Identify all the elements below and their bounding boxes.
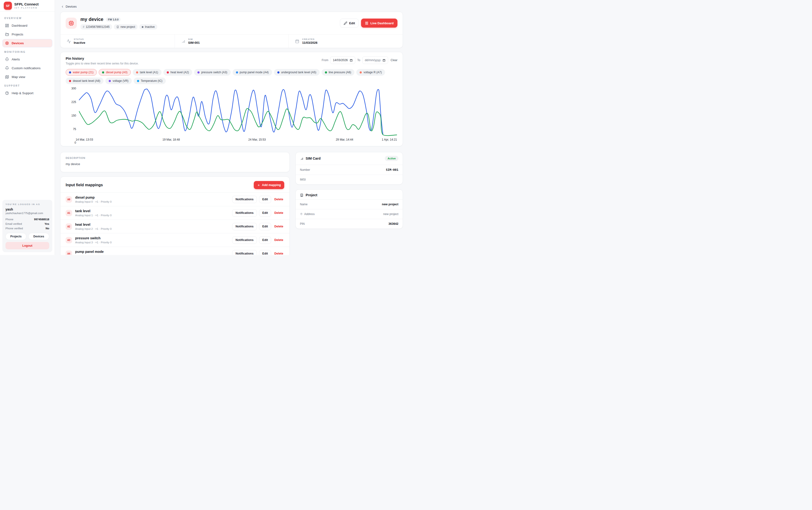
- pin-chip[interactable]: voltage (VR): [105, 78, 132, 84]
- live-dashboard-button[interactable]: Live Dashboard: [361, 19, 398, 28]
- delete-mapping-button[interactable]: Delete: [273, 238, 284, 242]
- sidebar-item-label: Alerts: [12, 58, 20, 61]
- add-mapping-button[interactable]: Add mapping: [254, 181, 284, 189]
- from-date-input[interactable]: 14/03/2026: [330, 56, 355, 64]
- sim-number-value: SIM-001: [386, 168, 398, 171]
- time-series-svg: [79, 88, 397, 137]
- pin-badge: A1: [66, 210, 72, 216]
- edit-mapping-button[interactable]: Edit: [259, 209, 271, 217]
- clear-range-button[interactable]: Clear: [390, 58, 398, 62]
- pin-chip[interactable]: underground tank level (A5): [274, 69, 320, 76]
- project-name-value: new project: [382, 203, 398, 206]
- stat-status: STATUS Inactive: [60, 34, 175, 48]
- sidebar-item-label: Devices: [12, 41, 24, 45]
- pin-chip[interactable]: line pressure (A6): [322, 69, 355, 76]
- building-icon: [300, 193, 303, 197]
- pencil-icon: [344, 21, 347, 25]
- pin-chip[interactable]: tank level (A1): [133, 69, 162, 76]
- x-tick-label: 19 Mar, 18:48: [163, 138, 180, 141]
- calendar-icon: [382, 59, 385, 62]
- sidebar-item-projects[interactable]: Projects: [2, 30, 52, 38]
- logout-button[interactable]: Logout: [5, 242, 49, 249]
- sidebar-item-alerts[interactable]: Alerts: [2, 55, 52, 63]
- sidebar-item-label: Custom notifications: [12, 66, 41, 70]
- main-content: Devices my device FW 1.0.0 # 12345678901…: [55, 0, 406, 255]
- serial-badge: # 123456789012345: [80, 24, 112, 29]
- breadcrumb-label: Devices: [66, 5, 77, 8]
- pin-chip[interactable]: pressure switch (A3): [194, 69, 230, 76]
- device-title: my device: [80, 17, 104, 22]
- device-header-card: my device FW 1.0.0 # 123456789012345 new…: [60, 12, 403, 48]
- mapping-meta: Analog Input 3 · ×1 · Priority 0: [75, 241, 112, 244]
- description-label: DESCRIPTION: [66, 157, 284, 159]
- sim-number-row: Number SIM-001: [296, 165, 403, 175]
- pin-chip-label: pressure switch (A3): [201, 70, 227, 74]
- sidebar: SF SFPL Connect IOT PLATFORM OVERVIEW Da…: [0, 0, 55, 255]
- mapping-row: A0 diesel pump Analog Input 0 · ×1 · Pri…: [60, 193, 289, 206]
- delete-mapping-button[interactable]: Delete: [273, 225, 284, 228]
- mapping-row: A2 heat level Analog Input 2 · ×1 · Prio…: [60, 220, 289, 233]
- edit-button[interactable]: Edit: [340, 19, 359, 28]
- pin-chip[interactable]: Temperature (IC): [134, 78, 166, 84]
- delete-mapping-button[interactable]: Delete: [273, 198, 284, 201]
- mapping-row: A3 pressure switch Analog Input 3 · ×1 ·…: [60, 233, 289, 247]
- sim-card-title: SIM Card: [306, 157, 321, 160]
- mapping-meta: Analog Input 2 · ×1 · Priority 0: [75, 227, 112, 230]
- notifications-button[interactable]: Notifications: [232, 196, 257, 203]
- mapping-list: A0 diesel pump Analog Input 0 · ×1 · Pri…: [60, 193, 289, 255]
- device-stats-row: STATUS Inactive SIM SIM-001 CREATED 11/0…: [60, 34, 403, 48]
- brand-tagline: IOT PLATFORM: [14, 7, 38, 9]
- notifications-button[interactable]: Notifications: [232, 250, 257, 255]
- pin-chip-label: tank level (A1): [140, 70, 158, 74]
- phone-verified-value: No: [46, 227, 49, 230]
- pin-color-dot: [277, 72, 280, 74]
- y-tick-label: 300: [71, 87, 76, 90]
- to-label: To: [357, 58, 360, 62]
- breadcrumb-devices[interactable]: Devices: [61, 5, 403, 8]
- pin-chip[interactable]: water pump (21): [66, 69, 97, 76]
- sidebar-item-dashboard[interactable]: Dashboard: [2, 21, 52, 30]
- firmware-badge: FW 1.0.0: [106, 17, 121, 22]
- pin-color-dot: [325, 72, 327, 74]
- sidebar-nav: OVERVIEW Dashboard Projects Devices MONI…: [0, 12, 55, 98]
- sidebar-item-custom-notifications[interactable]: Custom notifications: [2, 64, 52, 72]
- delete-mapping-button[interactable]: Delete: [273, 252, 284, 255]
- sim-number-label: Number: [300, 168, 310, 171]
- input-field-mappings-card: Input field mappings Add mapping A0 dies…: [60, 176, 290, 255]
- sidebar-item-help-support[interactable]: Help & Support: [2, 89, 52, 97]
- chart-plot: [79, 88, 397, 137]
- right-column: SIM Card Active Number SIM-001 IMSI Proj…: [295, 152, 403, 229]
- pin-chip[interactable]: heat level (A2): [164, 69, 192, 76]
- mapping-name: pressure switch: [75, 236, 112, 240]
- stat-created: CREATED 11/03/2026: [289, 34, 403, 48]
- pin-badge: A0: [66, 196, 72, 203]
- edit-mapping-button[interactable]: Edit: [259, 196, 271, 203]
- pin-color-dot: [137, 80, 139, 82]
- edit-mapping-button[interactable]: Edit: [259, 223, 271, 230]
- edit-mapping-button[interactable]: Edit: [259, 236, 271, 244]
- delete-mapping-button[interactable]: Delete: [273, 211, 284, 215]
- projects-button[interactable]: Projects: [5, 233, 26, 240]
- devices-button[interactable]: Devices: [28, 233, 49, 240]
- pin-chip[interactable]: deasel tank level (A8): [66, 78, 104, 84]
- signal-bars-icon: [181, 39, 185, 44]
- series-line: [79, 89, 383, 135]
- sidebar-item-map-view[interactable]: Map view: [2, 73, 52, 81]
- pin-chip[interactable]: voltage R (A7): [356, 69, 385, 76]
- user-card: YOU'RE LOGGED IN AS yash yashchauhan1775…: [2, 200, 52, 252]
- sidebar-item-devices[interactable]: Devices: [2, 39, 52, 47]
- to-date-input[interactable]: dd/mm/yyyy: [362, 56, 388, 64]
- edit-mapping-button[interactable]: Edit: [259, 250, 271, 255]
- pin-chip-label: Temperature (IC): [141, 79, 163, 83]
- notifications-button[interactable]: Notifications: [232, 236, 257, 244]
- mapping-meta: Analog Input 4 · ×1 · Priority 0: [75, 255, 112, 255]
- pin-color-dot: [109, 80, 111, 82]
- pin-chip[interactable]: diesel pump (A0): [99, 69, 131, 76]
- notifications-button[interactable]: Notifications: [232, 223, 257, 230]
- brand: SF SFPL Connect IOT PLATFORM: [0, 0, 55, 12]
- mapping-row: A1 tank level Analog Input 1 · ×1 · Prio…: [60, 206, 289, 220]
- pin-chip[interactable]: pump panel mode (A4): [233, 69, 272, 76]
- notifications-button[interactable]: Notifications: [232, 209, 257, 217]
- mapping-name: heat level: [75, 223, 112, 226]
- y-tick-label: 75: [73, 128, 76, 131]
